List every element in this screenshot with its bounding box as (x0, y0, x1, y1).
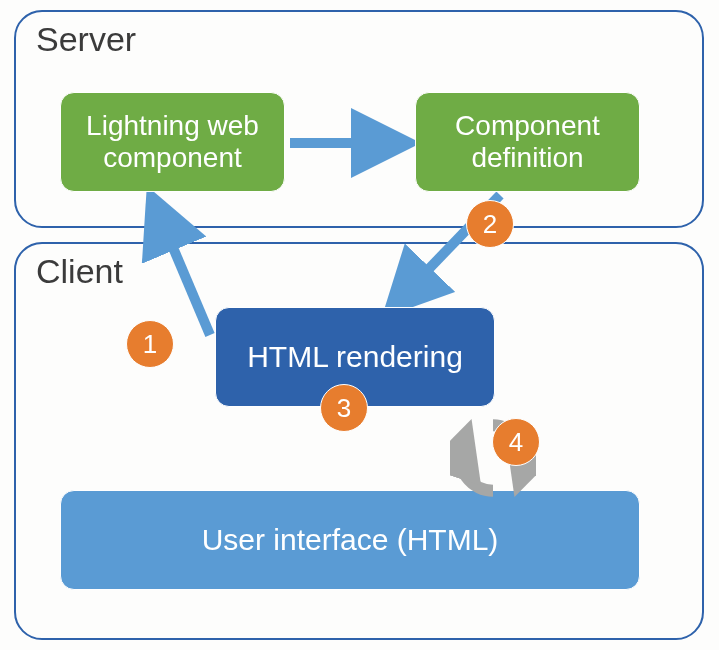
badge-2: 2 (466, 200, 514, 248)
box-component-definition: Component definition (415, 92, 640, 192)
badge-3: 3 (320, 384, 368, 432)
badge-1: 1 (126, 320, 174, 368)
server-panel-title: Server (36, 20, 136, 59)
box-lwc: Lightning web component (60, 92, 285, 192)
client-panel-title: Client (36, 252, 123, 291)
box-user-interface: User interface (HTML) (60, 490, 640, 590)
badge-4: 4 (492, 418, 540, 466)
